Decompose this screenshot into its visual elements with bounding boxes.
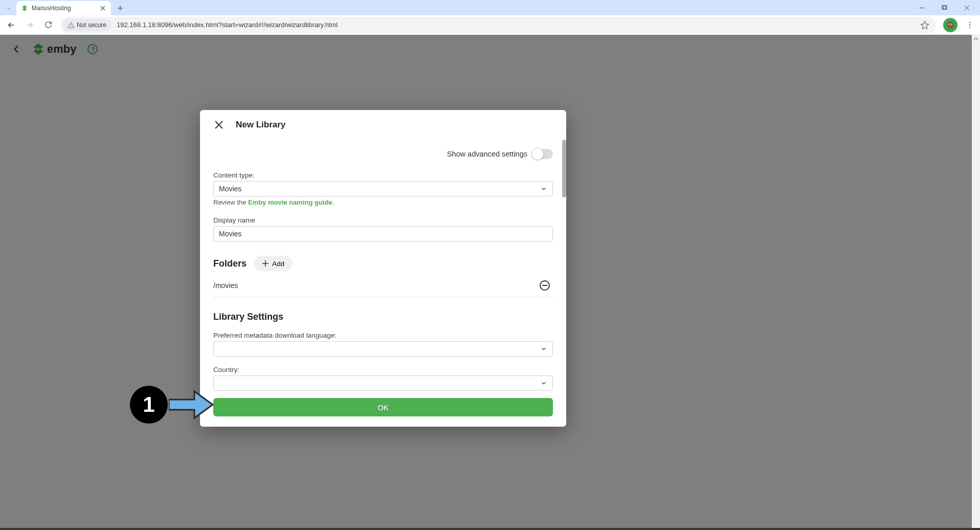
plus-icon: [262, 260, 269, 267]
profile-avatar[interactable]: [943, 18, 957, 32]
svg-point-7: [969, 27, 970, 28]
country-select[interactable]: [213, 376, 553, 391]
address-bar[interactable]: Not secure 192.168.1.18:8096/web/index.h…: [60, 17, 936, 33]
emby-favicon-icon: [20, 4, 29, 12]
url-text: 192.168.1.18:8096/web/index.html?start=w…: [117, 21, 918, 29]
reload-icon: [44, 20, 53, 29]
svg-point-2: [947, 21, 954, 29]
browser-toolbar: Not secure 192.168.1.18:8096/web/index.h…: [0, 15, 980, 35]
svg-point-3: [949, 24, 950, 25]
reload-button[interactable]: [40, 17, 56, 33]
svg-point-5: [969, 22, 970, 23]
svg-rect-0: [942, 6, 946, 9]
chevron-down-icon: [540, 380, 547, 387]
content-type-value: Movies: [219, 185, 241, 193]
svg-point-6: [969, 24, 970, 25]
content-type-label: Content type:: [213, 171, 553, 179]
new-library-dialog: New Library Show advanced settings Conte…: [200, 110, 566, 427]
tab-close-button[interactable]: [99, 4, 107, 12]
taskbar-sliver: [0, 528, 980, 530]
back-button[interactable]: [3, 17, 19, 33]
advanced-settings-label: Show advanced settings: [447, 150, 527, 158]
advanced-settings-toggle[interactable]: [532, 149, 553, 159]
browser-tab[interactable]: MariusHosting: [16, 1, 111, 15]
add-label: Add: [272, 260, 284, 268]
svg-point-4: [951, 24, 952, 25]
chevron-down-icon: [540, 185, 547, 192]
chevron-down-icon: [540, 345, 547, 352]
country-label: Country:: [213, 366, 553, 373]
svg-rect-1: [943, 6, 947, 9]
minimize-icon: [919, 5, 925, 11]
kebab-icon: [966, 21, 974, 29]
close-icon: [214, 120, 224, 129]
close-icon: [100, 6, 105, 11]
naming-guide-link[interactable]: Emby movie naming guide: [248, 198, 332, 206]
remove-folder-button[interactable]: [540, 280, 550, 291]
minimize-button[interactable]: [910, 0, 933, 15]
ok-label: OK: [377, 403, 389, 412]
caret-up-icon: [973, 36, 978, 41]
avatar-icon: [946, 20, 955, 30]
chevron-down-icon: [6, 6, 12, 12]
display-name-label: Display name: [213, 216, 553, 224]
tabs-dropdown-button[interactable]: [2, 2, 15, 15]
window-controls: [910, 0, 978, 15]
folder-path: /movies: [213, 281, 238, 290]
content-type-select[interactable]: Movies: [213, 181, 553, 196]
ok-button[interactable]: OK: [213, 398, 553, 416]
page-scrollbar[interactable]: [972, 35, 980, 528]
folder-row: /movies: [213, 278, 553, 297]
maximize-icon: [942, 5, 947, 11]
dialog-title: New Library: [236, 120, 285, 130]
plus-icon: [117, 5, 123, 11]
minus-icon: [542, 285, 547, 286]
dialog-scrollbar-thumb[interactable]: [562, 140, 566, 197]
browser-menu-button[interactable]: [963, 18, 977, 32]
display-name-value: Movies: [219, 230, 241, 238]
dialog-close-button[interactable]: [213, 119, 225, 130]
security-label: Not secure: [77, 21, 106, 29]
scroll-up-arrow[interactable]: [972, 35, 980, 43]
library-settings-heading: Library Settings: [213, 312, 553, 322]
folders-heading: Folders: [213, 258, 247, 269]
warning-icon: [68, 21, 75, 29]
browser-tab-strip: MariusHosting: [0, 0, 980, 15]
bookmark-button[interactable]: [918, 18, 932, 32]
security-status[interactable]: Not secure: [62, 19, 112, 31]
metadata-language-label: Preferred metadata download language:: [213, 332, 553, 339]
toggle-knob: [531, 148, 544, 160]
new-tab-button[interactable]: [113, 1, 127, 15]
maximize-button[interactable]: [933, 0, 955, 15]
close-icon: [964, 5, 970, 11]
star-icon: [920, 20, 929, 30]
arrow-right-icon: [25, 20, 34, 30]
close-window-button[interactable]: [955, 0, 978, 15]
page-content: emby ? New Library Show advanced setting…: [0, 35, 972, 528]
add-folder-button[interactable]: Add: [254, 256, 293, 271]
tab-title: MariusHosting: [32, 5, 96, 12]
display-name-input[interactable]: Movies: [213, 226, 553, 241]
content-type-help: Review the Emby movie naming guide.: [213, 198, 553, 206]
metadata-language-select[interactable]: [213, 341, 553, 357]
arrow-left-icon: [7, 20, 16, 30]
forward-button[interactable]: [21, 17, 38, 33]
